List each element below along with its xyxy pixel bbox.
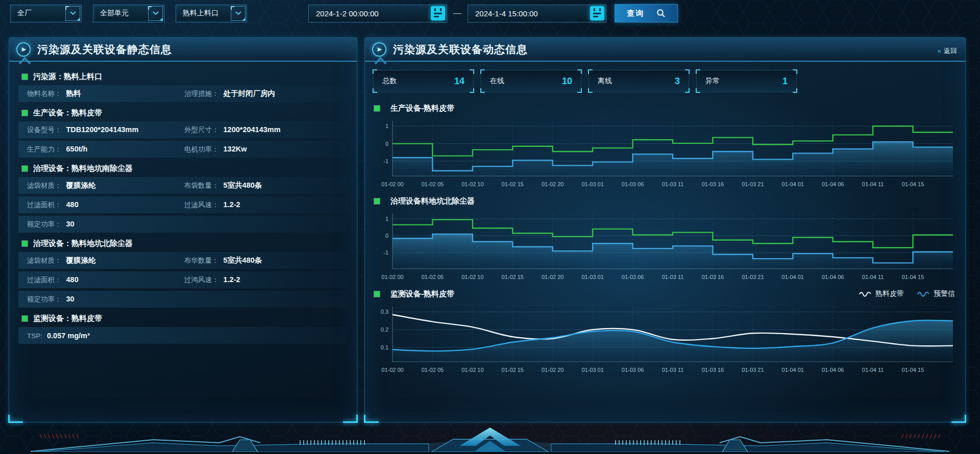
- svg-text:01-02 20: 01-02 20: [542, 367, 564, 373]
- svg-text:01-04 11: 01-04 11: [862, 181, 884, 187]
- chart-block: 治理设备料地坑北除尘器 10-101-02 0001-02 0501-02 10…: [373, 194, 957, 285]
- svg-text:01-04 06: 01-04 06: [822, 274, 844, 280]
- svg-text:01-03 01: 01-03 01: [581, 274, 603, 280]
- svg-text:1: 1: [385, 123, 388, 129]
- svg-text:01-03 06: 01-03 06: [622, 367, 644, 373]
- static-kv-row: 过滤面积：480 过滤风速：1.2-2: [18, 196, 348, 213]
- svg-text:01-04 01: 01-04 01: [782, 274, 804, 280]
- calendar-icon[interactable]: [590, 6, 604, 20]
- kv-cell: 过滤风速：1.2-2: [184, 200, 341, 210]
- static-kv-row: 过滤面积：480 过鸿风速：1.2-2: [18, 271, 348, 288]
- svg-text:-1: -1: [383, 249, 388, 256]
- static-section-row: 生产设备：熟料皮带: [18, 105, 348, 121]
- green-square-icon: [22, 241, 28, 246]
- kv-cell: 额定功率：30: [27, 220, 184, 229]
- static-section-row: 监测设备：熟料皮带: [18, 310, 348, 327]
- source-select[interactable]: 熟料上料口: [176, 5, 247, 22]
- svg-text:01-04 06: 01-04 06: [822, 367, 844, 373]
- charts-area: 生产设备-熟料皮带 10-101-02 0001-02 0501-02 1001…: [373, 102, 957, 378]
- chart-legend: 熟料皮带 预警信: [859, 289, 957, 298]
- kv-cell: 治理措施：处于封闭厂房内: [184, 89, 341, 98]
- double-left-arrow-icon: «: [938, 47, 941, 55]
- chevron-down-icon[interactable]: [148, 6, 163, 21]
- kv-cell: 外型尺寸：1200*204143mm: [184, 125, 341, 135]
- svg-text:01-04 01: 01-04 01: [782, 367, 804, 373]
- svg-text:01-04 01: 01-04 01: [782, 181, 804, 187]
- search-button[interactable]: 查询: [615, 4, 678, 22]
- date-from-value: 2024-1-2 00:00:00: [309, 9, 431, 18]
- kv-cell: 滤袋材质：覆膜涤纶: [27, 181, 184, 190]
- green-square-icon: [374, 291, 380, 297]
- svg-text:01-03 16: 01-03 16: [702, 274, 724, 280]
- back-button[interactable]: «返回: [938, 46, 957, 56]
- svg-text:01-02 00: 01-02 00: [381, 367, 403, 373]
- chevron-down-icon[interactable]: [231, 6, 246, 21]
- svg-text:01-03 06: 01-03 06: [622, 274, 644, 280]
- static-kv-row: 滤袋材质：覆膜涤纶 布华数量：5室共480条: [18, 252, 348, 269]
- date-from-input[interactable]: 2024-1-2 00:00:00: [308, 5, 447, 22]
- svg-text:01-04 06: 01-04 06: [822, 181, 844, 187]
- static-kv-row: TSP:0.057 mg/m³: [18, 327, 348, 344]
- date-range-separator: —: [453, 9, 461, 18]
- legend-item[interactable]: 预警信: [917, 289, 955, 298]
- svg-text:0.1: 0.1: [381, 344, 388, 350]
- svg-text:01-03 01: 01-03 01: [581, 181, 603, 187]
- svg-text:01-02 10: 01-02 10: [461, 367, 483, 373]
- green-square-icon: [22, 110, 28, 116]
- static-rows: 污染源：熟料上料口 物料名称：熟料 治理措施：处于封闭厂房内 生产设备：熟料皮带…: [9, 62, 357, 344]
- svg-text:0.3: 0.3: [381, 309, 388, 315]
- svg-text:01-03 11: 01-03 11: [662, 367, 684, 373]
- svg-text:01-02 00: 01-02 00: [381, 274, 403, 280]
- static-kv-row: 额定功率：30: [18, 291, 348, 308]
- svg-text:01-02 05: 01-02 05: [422, 181, 444, 187]
- svg-text:01-03 11: 01-03 11: [662, 181, 684, 187]
- unit-select[interactable]: 全部单元: [93, 5, 164, 22]
- plant-select[interactable]: 全厂: [10, 5, 82, 22]
- svg-text:01-02 15: 01-02 15: [502, 367, 524, 373]
- static-panel-title: 污染源及关联设备静态信息: [37, 42, 172, 57]
- green-square-icon: [22, 74, 28, 80]
- svg-text:01-04 11: 01-04 11: [862, 274, 884, 280]
- legend-item[interactable]: 熟料皮带: [859, 289, 904, 298]
- dynamic-content: 总数14 在线10 离线3 异常1 生产设备-熟料皮带 10-101-02 00…: [365, 62, 965, 378]
- green-square-icon: [374, 198, 380, 204]
- date-to-input[interactable]: 2024-1-4 15:00:00: [468, 5, 606, 22]
- wave-line-icon: [859, 291, 871, 297]
- svg-text:01-02 20: 01-02 20: [542, 181, 564, 187]
- search-icon: [656, 9, 666, 18]
- search-button-label: 查询: [627, 9, 644, 18]
- svg-text:0: 0: [385, 233, 388, 239]
- chart-block: 监测设备-熟料皮带 熟料皮带 预警信 0.30.20.101-02 0001-0…: [373, 287, 957, 378]
- calendar-icon[interactable]: [431, 6, 445, 20]
- stats-row: 总数14 在线10 离线3 异常1: [373, 70, 957, 92]
- chart-canvas: 10-101-02 0001-02 0501-02 1001-02 1501-0…: [373, 209, 957, 283]
- static-kv-row: 设备型号：TDB1200*204143mm 外型尺寸：1200*204143mm: [18, 121, 348, 138]
- chevron-down-icon[interactable]: [65, 6, 80, 21]
- chart-header: 治理设备料地坑北除尘器: [373, 194, 957, 208]
- svg-text:01-03 21: 01-03 21: [742, 181, 764, 187]
- kv-cell: 过滤面积：480: [27, 275, 184, 285]
- svg-text:1: 1: [385, 216, 388, 222]
- static-section-row: 治理设备：熟料地坑南除尘器: [18, 160, 348, 177]
- stat-box: 总数14: [373, 70, 474, 92]
- chart-title: 监测设备-熟料皮带: [390, 289, 454, 299]
- kv-cell: 过滤面积：480: [27, 200, 184, 210]
- green-square-icon: [22, 316, 28, 321]
- static-kv-row: 生产能力：650t/h 电机功率：132Kw: [18, 141, 348, 158]
- svg-text:-1: -1: [383, 158, 388, 164]
- footer-decoration: [0, 422, 980, 454]
- svg-text:01-02 10: 01-02 10: [461, 181, 483, 187]
- back-button-label: 返回: [944, 47, 957, 55]
- kv-cell: TSP:0.057 mg/m³: [27, 332, 184, 340]
- svg-text:01-02 10: 01-02 10: [461, 274, 483, 280]
- kv-cell: 物料名称：熟料: [27, 89, 184, 98]
- svg-text:01-02 00: 01-02 00: [381, 181, 403, 187]
- svg-text:01-04 15: 01-04 15: [902, 181, 924, 187]
- chart-block: 生产设备-熟料皮带 10-101-02 0001-02 0501-02 1001…: [373, 102, 957, 192]
- plant-select-value: 全厂: [11, 9, 65, 18]
- static-section-row: 污染源：熟料上料口: [18, 68, 348, 85]
- dynamic-panel-title: 污染源及关联设备动态信息: [393, 42, 528, 57]
- kv-cell: 生产能力：650t/h: [27, 145, 184, 154]
- chart-title: 治理设备料地坑北除尘器: [390, 196, 475, 206]
- svg-text:0: 0: [385, 141, 388, 147]
